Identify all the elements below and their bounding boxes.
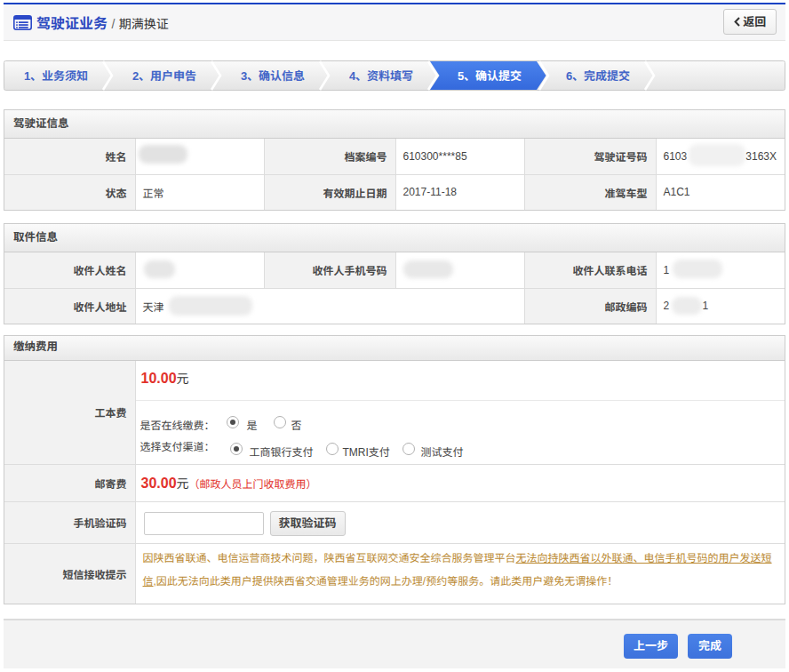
svg-text:3、确认信息: 3、确认信息	[241, 69, 305, 83]
svg-text:4、资料填写: 4、资料填写	[349, 69, 413, 83]
svg-text:2、用户申告: 2、用户申告	[132, 69, 196, 83]
svg-text:1、业务须知: 1、业务须知	[24, 69, 88, 83]
svg-text:6、完成提交: 6、完成提交	[566, 69, 630, 83]
svg-text:5、确认提交: 5、确认提交	[458, 69, 522, 83]
